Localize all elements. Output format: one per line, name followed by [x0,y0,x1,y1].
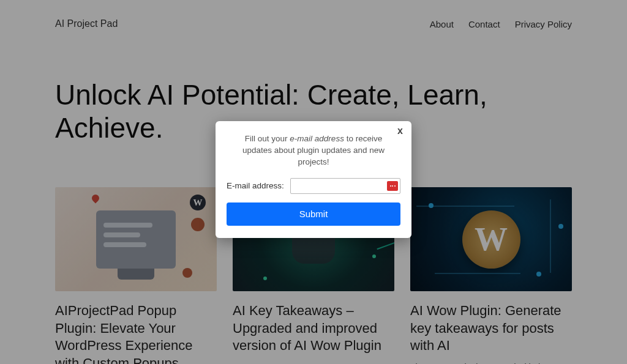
modal-overlay[interactable]: x Fill out your e-mail address to receiv… [0,0,627,364]
submit-button[interactable]: Submit [227,202,400,226]
email-field[interactable] [290,178,400,194]
password-manager-icon[interactable] [387,181,398,191]
modal-text-pre: Fill out your [245,134,290,143]
modal-description: Fill out your e-mail address to receive … [231,133,396,168]
email-label: E-mail address: [227,181,284,190]
close-icon[interactable]: x [397,126,403,136]
email-signup-modal: x Fill out your e-mail address to receiv… [216,121,411,238]
modal-text-em: e-mail address [290,134,344,143]
